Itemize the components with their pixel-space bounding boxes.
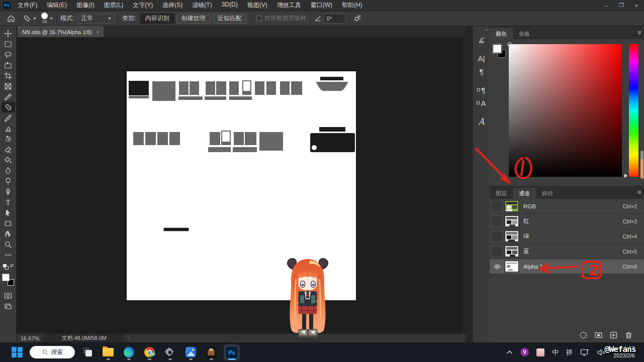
tool-type[interactable]: T: [2, 197, 15, 207]
home-icon[interactable]: [7, 15, 15, 23]
tool-eyedropper[interactable]: [2, 91, 15, 102]
close-button[interactable]: ×: [629, 0, 644, 11]
color-panel-swatches[interactable]: [493, 44, 508, 60]
tool-dodge[interactable]: [2, 176, 15, 186]
sample-all-layers-checkbox[interactable]: [256, 16, 262, 21]
channel-row-green[interactable]: 绿 Ctrl+4: [490, 229, 644, 244]
tool-eraser[interactable]: [2, 144, 15, 155]
foreground-color-swatch[interactable]: [2, 274, 10, 281]
edge-button[interactable]: [121, 344, 137, 360]
visibility-checkbox[interactable]: [493, 217, 501, 225]
swap-colors-icon[interactable]: ⇄: [3, 263, 14, 269]
visibility-checkbox[interactable]: [493, 202, 501, 210]
brush-size-picker[interactable]: 18: [41, 13, 48, 24]
saturation-brightness-field[interactable]: [509, 44, 622, 177]
photos-button[interactable]: [182, 344, 199, 360]
zoom-level-field[interactable]: 16.67%: [17, 334, 44, 342]
menu-select[interactable]: 选择(S): [162, 1, 182, 10]
tool-shape[interactable]: [2, 218, 15, 228]
tool-zoom[interactable]: [2, 239, 15, 250]
expand-panels-icon[interactable]: «: [485, 27, 488, 32]
tool-edit-toolbar[interactable]: [2, 250, 15, 260]
screen-mode-button[interactable]: [2, 301, 15, 311]
menu-3d[interactable]: 3D(D): [222, 1, 238, 10]
tool-pen[interactable]: [2, 186, 15, 197]
quick-mask-button[interactable]: [2, 290, 15, 301]
menu-image[interactable]: 图像(I): [76, 1, 94, 10]
ime-language-indicator[interactable]: 中: [552, 348, 559, 357]
panel-menu-icon[interactable]: ≡: [637, 29, 641, 36]
menu-edit[interactable]: 编辑(E): [47, 1, 67, 10]
tray-clock[interactable]: 19:55 2023/2/6 @Wefans: [613, 345, 635, 359]
paragraph-panel-button[interactable]: ¶: [474, 65, 489, 78]
visibility-checkbox[interactable]: [493, 247, 501, 256]
tab-close-icon[interactable]: ×: [96, 29, 99, 35]
tray-app-v-icon[interactable]: V: [520, 348, 529, 356]
tab-layers[interactable]: 图层: [490, 188, 513, 199]
tool-marquee[interactable]: [2, 39, 15, 49]
document-tab[interactable]: NN.dds @ 16.7%(Alpha 1/8) ×: [18, 26, 104, 37]
glyphs-panel-button[interactable]: A: [474, 115, 489, 128]
tool-healing-brush[interactable]: [2, 102, 15, 112]
ime-pinyin-indicator[interactable]: 拼: [566, 348, 573, 357]
status-options-chevron-icon[interactable]: 〉: [127, 335, 132, 342]
brush-size-caret-icon[interactable]: [50, 18, 53, 20]
tool-move[interactable]: [2, 28, 15, 39]
hue-slider[interactable]: [629, 44, 638, 177]
menu-layer[interactable]: 图层(L): [104, 1, 124, 10]
minimize-button[interactable]: –: [599, 0, 614, 11]
restore-button[interactable]: ❐: [614, 0, 629, 11]
chrome-button[interactable]: Beta: [141, 344, 157, 360]
photoshop-taskbar-button[interactable]: Ps: [224, 344, 240, 360]
tool-clone-stamp[interactable]: [2, 123, 15, 134]
create-texture-button[interactable]: 创建纹理: [176, 14, 211, 24]
canvas-area[interactable]: [17, 37, 466, 333]
menu-filter[interactable]: 滤镜(T): [192, 1, 212, 10]
settings-button[interactable]: [162, 344, 178, 360]
panel-scrollbar-thumb[interactable]: [640, 151, 643, 179]
task-view-button[interactable]: [79, 344, 96, 360]
content-aware-button[interactable]: 内容识别: [140, 14, 174, 24]
tool-object-selection[interactable]: [2, 60, 15, 70]
panel-menu-icon[interactable]: ≡: [637, 189, 641, 196]
tool-crop[interactable]: [2, 70, 15, 81]
tab-channels[interactable]: 通道: [513, 188, 536, 199]
menu-help[interactable]: 帮助(H): [342, 1, 362, 10]
menu-view[interactable]: 视图(V): [247, 1, 267, 10]
game-app-button[interactable]: [203, 344, 219, 360]
pressure-icon[interactable]: [353, 14, 362, 23]
tab-color[interactable]: 颜色: [490, 28, 513, 39]
channel-row-red[interactable]: 红 Ctrl+3: [490, 214, 644, 229]
save-selection-as-channel-icon[interactable]: [594, 331, 603, 339]
character-styles-panel-button[interactable]: A: [474, 96, 489, 109]
tool-frame[interactable]: [2, 81, 15, 91]
tool-hand[interactable]: [2, 228, 15, 239]
channel-row-rgb[interactable]: RGB Ctrl+2: [490, 199, 644, 214]
proximity-match-button[interactable]: 近似匹配: [213, 14, 247, 24]
menu-file[interactable]: 文件(F): [18, 1, 37, 10]
tool-paint-bucket[interactable]: [2, 155, 15, 165]
hue-slider-marker-icon[interactable]: [624, 174, 627, 178]
pen-display-icon[interactable]: [580, 348, 589, 356]
color-picker-ring[interactable]: [507, 42, 512, 47]
character-panel-button[interactable]: A|: [474, 52, 489, 65]
visibility-checkbox[interactable]: [493, 232, 501, 240]
tool-brush[interactable]: [2, 112, 15, 123]
new-channel-icon[interactable]: [609, 331, 618, 339]
menu-window[interactable]: 窗口(W): [311, 1, 332, 10]
foreground-color-swatch[interactable]: [493, 44, 502, 53]
tool-blur[interactable]: [2, 165, 15, 176]
healing-brush-icon[interactable]: [23, 14, 31, 23]
taskbar-search[interactable]: 搜索: [30, 346, 75, 358]
tool-lasso[interactable]: [2, 49, 15, 60]
tab-paths[interactable]: 路径: [536, 188, 559, 199]
clone-source-panel-button[interactable]: [474, 33, 489, 46]
channel-row-blue[interactable]: 蓝 Ctrl+5: [490, 244, 644, 259]
start-button[interactable]: [9, 344, 25, 360]
paragraph-styles-panel-button[interactable]: ¶: [474, 83, 489, 96]
canvas-vertical-scrollbar[interactable]: [462, 37, 466, 333]
file-explorer-button[interactable]: [100, 344, 116, 360]
load-selection-icon[interactable]: [579, 331, 588, 339]
tray-avatar-icon[interactable]: [536, 348, 544, 356]
tool-history-brush[interactable]: [2, 134, 15, 144]
